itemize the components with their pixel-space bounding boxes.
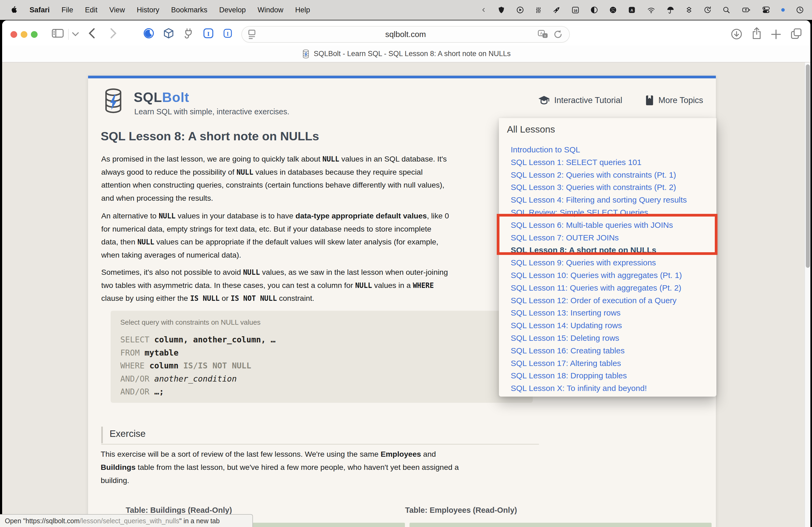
keys-icon[interactable] [535, 6, 542, 14]
lesson-list-item[interactable]: SQL Lesson 16: Creating tables [511, 345, 687, 357]
lesson-list-item[interactable]: SQL Review: Simple SELECT Queries [511, 206, 687, 219]
menu-help[interactable]: Help [295, 6, 310, 14]
nav-more-topics[interactable]: More Topics [645, 95, 703, 106]
svg-text:I: I [207, 30, 209, 37]
cookie-icon[interactable] [609, 6, 617, 14]
text-segment: always good to reduce the possibility of [101, 168, 236, 176]
lesson-list-item[interactable]: SQL Lesson 10: Queries with aggregates (… [511, 269, 687, 282]
instapaper-1-icon[interactable]: I [202, 27, 214, 39]
macos-menu-bar: SafariFileEditViewHistoryBookmarksDevelo… [0, 0, 812, 20]
minimize-window-button[interactable] [21, 31, 27, 38]
close-window-button[interactable] [11, 31, 17, 38]
menu-bookmarks[interactable]: Bookmarks [171, 6, 207, 14]
layers-icon[interactable] [685, 6, 693, 14]
lesson-list-item[interactable]: Introduction to SQL [511, 144, 687, 156]
lesson-list-item[interactable]: SQL Lesson X: To infinity and beyond! [511, 382, 687, 395]
svg-text:A: A [630, 8, 633, 12]
translate-icon[interactable]: A x [538, 30, 548, 39]
chevron-down-icon[interactable] [71, 32, 79, 38]
play-circle-icon[interactable] [516, 6, 524, 14]
text-segment: data, then [101, 238, 137, 246]
instapaper-2-icon[interactable]: I [222, 27, 233, 39]
menu-safari[interactable]: Safari [30, 6, 50, 14]
moon-shield-icon[interactable] [143, 27, 155, 39]
nav-interactive-tutorial[interactable]: Interactive Tutorial [538, 95, 622, 106]
text-segment: column [149, 361, 183, 370]
menu-file[interactable]: File [61, 6, 73, 14]
reader-view-icon[interactable] [247, 29, 257, 40]
tab-overview-button-icon[interactable] [790, 27, 803, 41]
contrast-icon[interactable] [590, 6, 598, 14]
text-segment: WHERE [120, 361, 149, 370]
menu-develop[interactable]: Develop [219, 6, 246, 14]
lesson-list-item[interactable]: SQL Lesson 9: Queries with expressions [511, 257, 687, 269]
text-segment: building. [101, 476, 129, 485]
lesson-list-item[interactable]: SQL Lesson 1: SELECT queries 101 [511, 156, 687, 169]
sqlbolt-logo-icon[interactable] [104, 88, 123, 114]
tab-bar: SQLBolt - Learn SQL - SQL Lesson 8: A sh… [2, 46, 810, 62]
table-heading-employees: Table: Employees (Read-Only) [386, 506, 536, 515]
plug-icon[interactable] [183, 27, 194, 39]
apple-menu-icon[interactable] [11, 6, 18, 14]
all-lessons-dropdown: All Lessons Introduction to SQLSQL Lesso… [499, 118, 716, 396]
input-source-icon[interactable]: A [628, 6, 636, 14]
forward-button-icon[interactable] [109, 27, 118, 40]
search-icon[interactable] [722, 6, 730, 14]
battery-icon[interactable] [741, 6, 751, 14]
brand-title[interactable]: SQLBolt [134, 90, 189, 105]
lesson-list-item[interactable]: SQL Lesson 11: Queries with aggregates (… [511, 282, 687, 295]
dropdown-title: All Lessons [507, 124, 555, 135]
rocket-icon[interactable] [553, 6, 561, 14]
blue-dot-icon[interactable] [781, 8, 785, 12]
lesson-list-item[interactable]: SQL Lesson 2: Queries with constraints (… [511, 169, 687, 181]
sidebar-toggle-icon[interactable] [52, 28, 64, 39]
lesson-list-item[interactable]: SQL Lesson 4: Filtering and sorting Quer… [511, 194, 687, 206]
text-segment: NULL [322, 155, 339, 163]
lesson-list-item[interactable]: SQL Lesson 18: Dropping tables [511, 370, 687, 382]
address-bar[interactable]: sqlbolt.com A x [242, 26, 570, 43]
zoom-window-button[interactable] [31, 31, 38, 38]
exercise-divider [101, 444, 539, 445]
lesson-list-item[interactable]: SQL Lesson 14: Updating rows [511, 319, 687, 332]
active-tab[interactable]: SQLBolt - Learn SQL - SQL Lesson 8: A sh… [302, 49, 510, 59]
calendar-icon[interactable]: 16 [571, 6, 579, 14]
back-button-icon[interactable] [87, 27, 96, 40]
new-tab-button-icon[interactable] [770, 28, 782, 41]
extension-buttons: II [143, 27, 233, 39]
reload-icon[interactable] [553, 30, 563, 39]
shield-icon[interactable] [497, 6, 505, 14]
text-segment: and [421, 450, 436, 458]
scrollbar-track[interactable] [804, 62, 810, 527]
share-button-icon[interactable] [751, 27, 763, 41]
chevron-left-icon[interactable] [481, 6, 487, 14]
text-line: An alternative to NULL values in your da… [101, 209, 449, 223]
cube-icon[interactable] [163, 27, 175, 39]
lesson-list-item[interactable]: SQL Lesson 13: Inserting rows [511, 307, 687, 319]
url-text[interactable]: sqlbolt.com [242, 30, 569, 39]
exercise-left-border [101, 427, 103, 443]
umbrella-icon[interactable] [666, 6, 675, 14]
safari-window: II sqlbolt.com A x [2, 20, 810, 527]
lesson-list-item[interactable]: SQL Lesson 6: Multi-table queries with J… [511, 219, 687, 231]
clock-icon[interactable] [796, 6, 804, 14]
toggles-icon[interactable] [762, 6, 770, 14]
lesson-list-item[interactable]: SQL Lesson 3: Queries with constraints (… [511, 181, 687, 194]
lesson-list-item[interactable]: SQL Lesson 17: Altering tables [511, 357, 687, 370]
lesson-list-item[interactable]: SQL Lesson 12: Order of execution of a Q… [511, 295, 687, 307]
scrollbar-thumb[interactable] [806, 64, 810, 268]
wifi-icon[interactable] [647, 6, 656, 14]
text-segment: AND/OR [120, 387, 154, 396]
downloads-button-icon[interactable] [730, 28, 743, 41]
menu-window[interactable]: Window [258, 6, 283, 14]
lesson-list-item[interactable]: SQL Lesson 15: Deleting rows [511, 332, 687, 345]
lesson-list-item[interactable]: SQL Lesson 7: OUTER JOINs [511, 231, 687, 244]
status-text-segment: " in a new tab [179, 517, 220, 525]
lesson-list-item-current[interactable]: SQL Lesson 8: A short note on NULLs [511, 244, 687, 257]
menu-history[interactable]: History [137, 6, 159, 14]
svg-text:A: A [540, 31, 543, 35]
lesson-paragraph: As promised in the last lesson, we are g… [101, 152, 447, 205]
menu-view[interactable]: View [109, 6, 125, 14]
text-segment: values in your database is to have [176, 211, 296, 220]
time-machine-icon[interactable] [704, 6, 712, 14]
menu-edit[interactable]: Edit [85, 6, 98, 14]
